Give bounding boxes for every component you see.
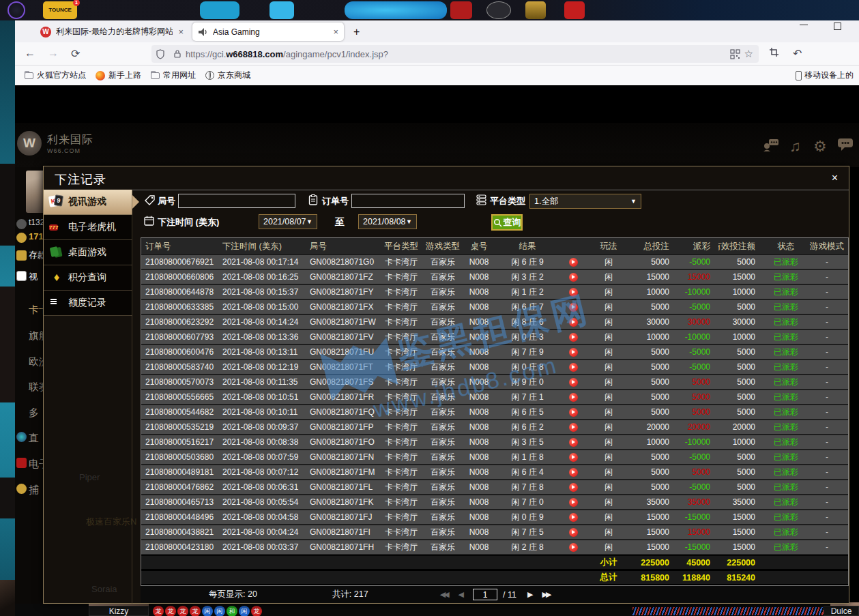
table-cell: -5000 [679, 300, 718, 314]
search-button[interactable]: 查询 [491, 214, 523, 231]
table-cell: 10000 [718, 285, 766, 299]
bookmark-item[interactable]: 火狐官方站点 [25, 70, 86, 81]
mobile-bookmarks[interactable]: 移动设备上的 [796, 70, 854, 81]
table-cell: GN008218071FT [307, 360, 379, 374]
settings-gear-icon[interactable]: ⚙ [813, 138, 827, 156]
play-video-icon[interactable] [569, 378, 578, 387]
play-video-icon[interactable] [569, 393, 578, 402]
play-video-icon[interactable] [569, 408, 578, 417]
menu-fragment: 联赛 [29, 381, 43, 394]
lock-icon[interactable] [173, 49, 181, 59]
spacer [141, 556, 220, 569]
order-id-input[interactable] [351, 194, 465, 208]
play-video-icon[interactable] [569, 348, 578, 357]
table-cell: GN008218071G0 [307, 255, 379, 269]
play-video-icon[interactable] [569, 423, 578, 432]
to-label: 至 [335, 216, 345, 229]
bookmark-item[interactable]: 新手上路 [96, 70, 141, 81]
play-video-icon[interactable] [569, 513, 578, 522]
table-cell: 闲 [587, 315, 630, 329]
table-cell: 闲 7 庄 0 [496, 495, 559, 509]
menu-item-slot-777[interactable]: 777电子老虎机 [44, 215, 132, 240]
table-cell: - [806, 315, 848, 329]
shield-icon[interactable] [156, 49, 165, 59]
play-video-icon[interactable] [569, 468, 578, 477]
minimize-button[interactable] [800, 25, 808, 25]
play-video-icon[interactable] [569, 528, 578, 537]
play-video-icon[interactable] [569, 483, 578, 492]
cards-icon: 9 [54, 194, 63, 207]
close-icon[interactable]: × [832, 172, 838, 184]
screenshot-crop-icon[interactable] [769, 47, 779, 57]
play-video-icon[interactable] [569, 258, 578, 267]
play-video-icon[interactable] [569, 288, 578, 297]
new-tab-button[interactable]: + [353, 26, 360, 38]
table-cell: 10000 [630, 285, 679, 299]
spacer [766, 571, 806, 584]
menu-item-dominoes[interactable]: 桌面游戏 [44, 240, 132, 265]
back-icon[interactable]: ← [25, 47, 35, 59]
table-cell: 百家乐 [424, 330, 462, 344]
menu-item-cards[interactable]: K9视讯游戏 [44, 190, 132, 215]
prev-page-icon[interactable]: ◀ [458, 590, 462, 599]
play-video-icon[interactable] [569, 438, 578, 447]
tab-lilai[interactable]: W 利来国际-最给力的老牌博彩网站 × [35, 23, 189, 41]
table-cell: GN008218071FP [307, 420, 379, 434]
qr-code-icon[interactable] [730, 49, 740, 59]
tab-close-icon[interactable]: × [173, 27, 189, 37]
table-cell: 210808000516217 [141, 435, 220, 449]
table-cell: 已派彩 [766, 360, 806, 374]
maximize-button[interactable] [834, 23, 841, 30]
table-cell: 210808000600476 [141, 345, 220, 359]
last-page-icon[interactable]: ▶▶ [542, 590, 549, 599]
spacer [559, 556, 587, 569]
next-page-icon[interactable]: ▶ [527, 590, 531, 599]
url-bar[interactable]: https://gci.w668818.com/agingame/pcv1/in… [151, 45, 759, 63]
undo-arrow-icon[interactable]: ↶ [793, 47, 802, 60]
page-total-label: / 11 [503, 590, 516, 600]
bookmark-item[interactable]: 京东商城 [205, 70, 250, 81]
table-cell: N008 [462, 510, 496, 524]
play-video-icon[interactable] [569, 273, 578, 282]
table-cell: - [806, 465, 848, 479]
play-video-icon[interactable] [569, 498, 578, 507]
table-cell: 已派彩 [766, 435, 806, 449]
bookmark-item[interactable]: 常用网址 [151, 70, 196, 81]
play-video-icon[interactable] [569, 453, 578, 462]
table-cell: 百家乐 [424, 360, 462, 374]
table-cell: 卡卡湾厅 [379, 300, 424, 314]
play-video-icon[interactable] [569, 303, 578, 312]
menu-item-diamond[interactable]: ♦积分查询 [44, 265, 132, 291]
platform-type-select[interactable]: 1.全部▼ [529, 194, 641, 209]
play-video-icon[interactable] [569, 333, 578, 342]
logo-subtitle: W66.COM [47, 147, 93, 154]
table-cell: 30000 [679, 315, 718, 329]
music-icon[interactable]: ♫ [789, 138, 801, 156]
page-number-input[interactable] [473, 589, 497, 600]
table-cell: GN008218071FW [307, 315, 379, 329]
bookmark-star-icon[interactable]: ☆ [744, 48, 753, 60]
table-cell: 210808000676921 [141, 255, 220, 269]
tab-close-icon[interactable]: × [327, 27, 344, 37]
column-header: 派彩 [679, 238, 718, 254]
spacer [496, 556, 559, 569]
date-to-select[interactable]: 2021/08/08▼ [358, 214, 417, 229]
tab-asia-gaming[interactable]: Asia Gaming × [192, 23, 344, 41]
customer-service-icon[interactable] [762, 138, 780, 151]
play-video-icon[interactable] [569, 543, 578, 552]
total-valid-bet: 225000 [718, 556, 766, 569]
play-video-icon[interactable] [569, 363, 578, 372]
forward-icon[interactable]: → [48, 47, 59, 59]
spacer [307, 556, 379, 569]
table-cell: N008 [462, 465, 496, 479]
round-id-input[interactable] [178, 194, 295, 208]
table-row: 2108080006333852021-08-08 00:15:00GN0082… [141, 300, 848, 315]
date-from-select[interactable]: 2021/08/07▼ [259, 214, 317, 229]
table-row: 2108080006004762021-08-08 00:13:11GN0082… [141, 345, 848, 360]
first-page-icon[interactable]: ◀◀ [440, 590, 448, 599]
play-video-icon[interactable] [569, 318, 578, 327]
menu-item-document[interactable]: 额度记录 [44, 291, 132, 316]
table-row: 2108080005566652021-08-08 00:10:51GN0082… [141, 390, 848, 405]
reload-icon[interactable]: ⟳ [71, 47, 80, 60]
chat-icon[interactable] [837, 138, 854, 151]
